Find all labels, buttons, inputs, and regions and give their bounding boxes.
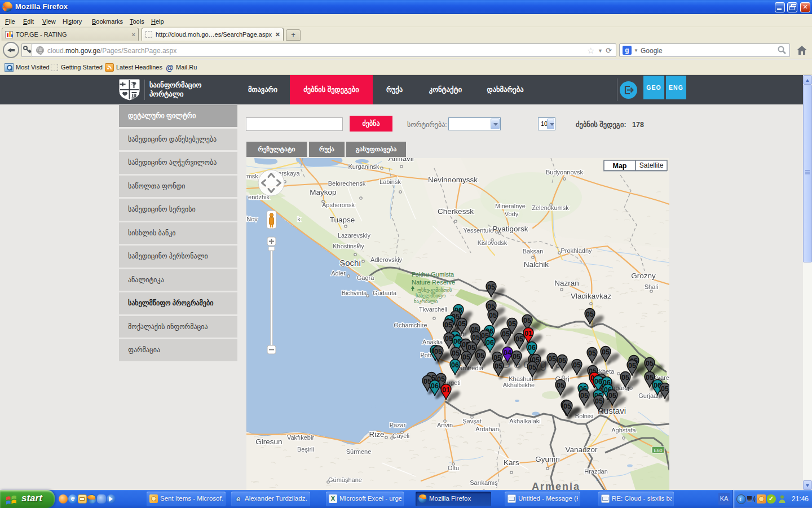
svg-text:Prokhladny: Prokhladny [561, 247, 592, 254]
svg-text:Bichvinta: Bichvinta [342, 290, 368, 296]
svg-text:Tkvarcheli: Tkvarcheli [419, 306, 447, 313]
svg-text:E60: E60 [654, 448, 662, 453]
svg-text:05: 05 [489, 312, 497, 319]
svg-text:Ardahan: Ardahan [475, 426, 499, 432]
svg-text:Adler: Adler [331, 270, 346, 277]
svg-text:Anaklia: Anaklia [422, 339, 443, 345]
svg-text:05: 05 [528, 364, 536, 371]
svg-text:06: 06 [431, 382, 439, 390]
svg-text:05: 05 [487, 283, 495, 291]
svg-text:სახელმწიფო: სახელმწიფო [416, 293, 446, 299]
svg-text:Nature Reserve: Nature Reserve [412, 279, 455, 286]
svg-text:05: 05 [586, 310, 594, 318]
svg-text:Pskhu-Gumista: Pskhu-Gumista [412, 271, 454, 278]
svg-text:06: 06 [453, 338, 461, 345]
svg-text:Gümüşhane: Gümüşhane [328, 476, 362, 483]
svg-text:Apsheronsk: Apsheronsk [322, 202, 355, 208]
svg-text:Cherkessk: Cherkessk [438, 207, 474, 216]
svg-text:k: k [297, 216, 301, 222]
svg-text:Shali: Shali [645, 283, 658, 290]
svg-text:Grozny: Grozny [631, 271, 656, 280]
svg-text:Vakfıkebir: Vakfıkebir [287, 434, 314, 441]
svg-text:05: 05 [573, 361, 581, 369]
svg-text:Baksan: Baksan [523, 248, 544, 255]
svg-text:04: 04 [504, 349, 511, 357]
svg-text:Beşirli: Beşirli [297, 446, 314, 453]
svg-text:Nalchik: Nalchik [524, 260, 549, 269]
svg-text:Akhaltsikhe: Akhaltsikhe [503, 382, 535, 388]
svg-text:Belorechensk: Belorechensk [328, 180, 366, 187]
svg-text:ფსხუ-გუმისთის: ფსხუ-გუმისთის [417, 287, 452, 293]
svg-text:Satellite: Satellite [639, 161, 664, 169]
svg-text:Ochamchire: Ochamchire [394, 322, 427, 329]
svg-text:Nov: Nov [246, 216, 258, 222]
svg-text:05: 05 [495, 362, 502, 370]
svg-text:05: 05 [621, 374, 629, 382]
svg-text:Adlerovskiy: Adlerovskiy [370, 256, 403, 263]
svg-text:05: 05 [588, 349, 596, 357]
svg-text:Kars: Kars [504, 458, 519, 467]
svg-text:05: 05 [513, 353, 520, 361]
svg-text:05: 05 [602, 348, 610, 356]
svg-text:05: 05 [472, 334, 480, 341]
svg-text:Vladikavkaz: Vladikavkaz [571, 292, 611, 300]
svg-text:Map: Map [613, 162, 627, 170]
svg-text:Giresun: Giresun [255, 437, 282, 446]
svg-text:Vanadzor: Vanadzor [566, 445, 598, 454]
svg-text:05: 05 [445, 335, 453, 343]
svg-text:Gyumri: Gyumri [535, 455, 560, 463]
svg-text:05: 05 [523, 317, 531, 325]
svg-text:Gagra: Gagra [357, 274, 374, 281]
svg-text:05: 05 [548, 355, 556, 363]
svg-text:Budyonnovsk: Budyonnovsk [546, 169, 584, 176]
svg-text:Maykop: Maykop [310, 188, 336, 196]
svg-text:Mineralnye: Mineralnye [495, 203, 526, 209]
svg-text:Armenia: Armenia [532, 481, 580, 490]
svg-text:05: 05 [467, 344, 475, 352]
svg-text:01: 01 [524, 330, 532, 338]
svg-text:05: 05 [661, 385, 669, 393]
svg-text:05: 05 [444, 321, 452, 329]
svg-text:06: 06 [451, 361, 459, 369]
svg-text:Rize: Rize [369, 430, 384, 439]
svg-text:Aghstafa: Aghstafa [611, 427, 636, 433]
svg-text:05: 05 [558, 357, 566, 365]
svg-text:Gudauta: Gudauta [373, 290, 397, 296]
svg-text:05: 05 [646, 360, 654, 367]
svg-text:Armavir: Armavir [389, 158, 415, 163]
svg-text:05: 05 [608, 392, 616, 400]
svg-text:Yessentuki: Yessentuki [464, 227, 493, 234]
svg-text:Vody: Vody [505, 211, 519, 217]
svg-text:05: 05 [563, 402, 571, 410]
svg-text:ymsk: ymsk [246, 173, 258, 179]
svg-text:Nazran: Nazran [554, 279, 579, 287]
svg-text:05: 05 [628, 362, 636, 370]
svg-text:05: 05 [580, 392, 588, 400]
svg-text:Hrazdan: Hrazdan [584, 468, 608, 475]
svg-text:Poti: Poti [421, 352, 431, 358]
svg-text:05: 05 [434, 348, 442, 356]
svg-text:Pazar: Pazar [390, 422, 406, 428]
svg-text:05: 05 [557, 382, 564, 389]
svg-text:06: 06 [594, 378, 602, 386]
svg-text:05: 05 [462, 353, 470, 361]
svg-text:Nevinnomyssk: Nevinnomyssk [428, 176, 478, 184]
svg-text:01: 01 [442, 386, 450, 394]
svg-text:06: 06 [528, 344, 536, 352]
svg-text:05: 05 [515, 335, 523, 343]
svg-text:Sürmene: Sürmene [346, 448, 372, 455]
svg-text:Labinsk: Labinsk [379, 178, 401, 185]
svg-text:05: 05 [458, 320, 466, 328]
svg-text:Akhalkalaki: Akhalkalaki [509, 418, 541, 424]
svg-text:Kurganinsk: Kurganinsk [348, 163, 379, 170]
svg-text:ნაკრძალი: ნაკრძალი [414, 299, 438, 304]
svg-text:06: 06 [486, 339, 494, 347]
svg-text:05: 05 [646, 374, 654, 382]
svg-text:Lazarevskiy: Lazarevskiy [338, 232, 371, 239]
svg-text:05: 05 [508, 320, 516, 328]
svg-text:Tuapse: Tuapse [330, 216, 355, 224]
svg-text:05: 05 [595, 397, 603, 405]
svg-text:05: 05 [452, 349, 460, 357]
svg-text:05: 05 [476, 352, 484, 360]
svg-text:Sarıkamış: Sarıkamış [470, 479, 498, 486]
